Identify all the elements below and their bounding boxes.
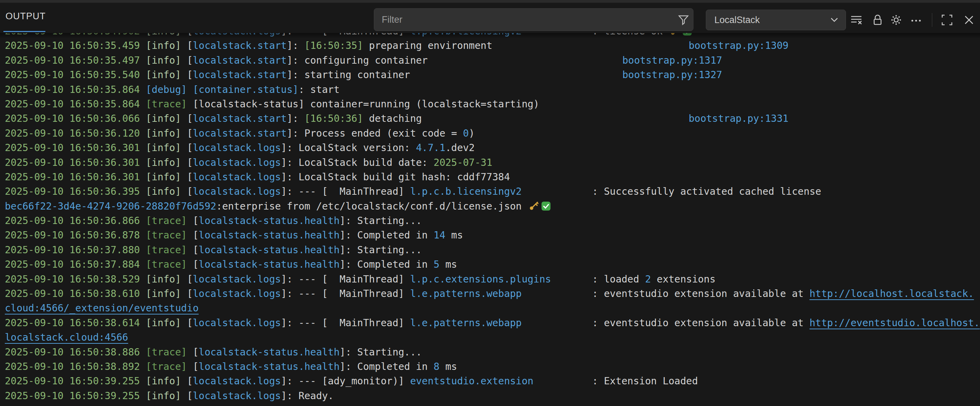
source-ref-link[interactable]: bootstrap.py:1309 bbox=[689, 38, 789, 53]
log-text: 2025-09-10 16:50:35.864 bbox=[5, 84, 146, 95]
log-text: [info] bbox=[146, 273, 181, 285]
log-line: 2025-09-10 16:50:35.540 [info] [localsta… bbox=[5, 68, 980, 82]
key-icon bbox=[528, 201, 539, 211]
log-text: : Starting... bbox=[345, 347, 422, 358]
log-text: [trace] bbox=[146, 361, 187, 372]
channel-select[interactable]: LocalStack bbox=[706, 10, 846, 30]
ellipsis-icon[interactable] bbox=[908, 13, 924, 27]
log-text: 2025-09-10 16:50:38.610 bbox=[5, 288, 146, 299]
log-text: [ bbox=[187, 40, 193, 51]
log-text: : --- [ MainThread] bbox=[286, 186, 410, 197]
log-text: ] bbox=[281, 142, 286, 153]
log-text: [ bbox=[187, 376, 193, 387]
log-text bbox=[187, 259, 193, 270]
chevron-down-icon bbox=[829, 16, 846, 23]
close-icon[interactable] bbox=[961, 13, 977, 27]
tab-output[interactable]: OUTPUT bbox=[5, 11, 46, 32]
source-ref-link[interactable]: bootstrap.py:1331 bbox=[689, 112, 789, 126]
filter-input[interactable] bbox=[374, 14, 674, 25]
log-text: : loaded bbox=[551, 273, 645, 285]
source-ref-link[interactable]: bootstrap.py:1327 bbox=[622, 68, 722, 82]
log-line: 2025-09-10 16:50:34.902 [info] [localsta… bbox=[5, 33, 980, 38]
log-link[interactable]: http://eventstudio.localhost. bbox=[810, 317, 980, 329]
log-line: 2025-09-10 16:50:36.301 [info] [localsta… bbox=[5, 155, 980, 170]
log-text: eventstudio.extension bbox=[410, 376, 533, 387]
log-text: localstack.logs bbox=[193, 317, 281, 329]
log-text: 2025-09-10 16:50:36.878 bbox=[5, 230, 146, 241]
log-text: : LocalStack version: bbox=[286, 142, 416, 153]
log-text: ] bbox=[281, 273, 286, 285]
log-text: : eventstudio extension available at bbox=[522, 288, 810, 299]
log-text: l.p.c.b.licensingv2 bbox=[410, 186, 522, 197]
log-line: 2025-09-10 16:50:37.880 [trace] [localst… bbox=[5, 243, 980, 257]
log-link[interactable]: localstack.cloud:4566 bbox=[5, 332, 128, 343]
gear-icon[interactable] bbox=[889, 13, 904, 27]
log-text: ms bbox=[445, 230, 463, 241]
key-icon bbox=[670, 33, 680, 36]
log-text: [ bbox=[187, 390, 193, 401]
log-text bbox=[181, 142, 187, 153]
log-line: localstack.cloud:4566 bbox=[5, 330, 980, 345]
log-text: 2025-09-10 16:50:38.886 bbox=[5, 347, 146, 358]
log-text: : starting container bbox=[293, 69, 410, 80]
log-text: : Starting... bbox=[345, 244, 422, 256]
log-text: 8 bbox=[434, 361, 439, 372]
log-text: ] bbox=[281, 171, 286, 183]
log-text: l.p.c.b.licensingv2 bbox=[410, 33, 522, 37]
log-text: [container.status] bbox=[193, 84, 299, 95]
log-text: : start bbox=[299, 84, 340, 95]
log-text bbox=[181, 171, 187, 183]
log-text: ms bbox=[439, 361, 457, 372]
log-text: 2025-09-10 16:50:35.497 bbox=[5, 55, 146, 66]
log-text: ] bbox=[286, 55, 293, 66]
log-text: [trace] bbox=[146, 244, 187, 256]
log-text: 2025-09-10 16:50:37.880 bbox=[5, 244, 146, 256]
log-text: [ bbox=[187, 273, 193, 285]
log-text: 2025-09-10 16:50:36.301 bbox=[5, 157, 146, 168]
log-text: : Starting... bbox=[345, 215, 422, 226]
log-line: 2025-09-10 16:50:39.255 [info] [localsta… bbox=[5, 374, 980, 388]
active-tab-underline bbox=[3, 31, 45, 32]
log-text: 2025-09-10 16:50:36.866 bbox=[5, 215, 146, 226]
log-text: 2025-07-31 bbox=[434, 157, 492, 168]
log-text: 2025-09-10 16:50:38.529 bbox=[5, 273, 146, 285]
panel-resize-handle[interactable] bbox=[0, 0, 980, 3]
log-text: [trace] bbox=[146, 98, 187, 110]
log-text: ] bbox=[339, 259, 345, 270]
log-text: [info] bbox=[146, 142, 181, 153]
log-text: 2025-09-10 16:50:38.614 bbox=[5, 317, 146, 329]
log-line: 2025-09-10 16:50:35.497 [info] [localsta… bbox=[5, 53, 980, 68]
log-link[interactable]: http://localhost.localstack. bbox=[810, 288, 974, 299]
source-ref-link[interactable]: bootstrap.py:1317 bbox=[622, 53, 722, 68]
maximize-icon[interactable] bbox=[939, 13, 955, 27]
log-text: [ bbox=[193, 259, 199, 270]
log-content: 2025-09-10 16:50:34.902 [info] [localsta… bbox=[0, 33, 980, 403]
log-text: [ bbox=[193, 230, 199, 241]
log-text: ] bbox=[281, 288, 286, 299]
log-text: : license ok bbox=[522, 33, 668, 37]
check-icon bbox=[682, 33, 692, 36]
log-line: 2025-09-10 16:50:38.529 [info] [localsta… bbox=[5, 272, 980, 287]
filter-icon[interactable] bbox=[674, 10, 693, 29]
log-text bbox=[181, 128, 187, 139]
log-text bbox=[181, 55, 187, 66]
log-text: 2025-09-10 16:50:35.864 bbox=[5, 98, 146, 110]
log-line: bec66f22-3d4e-4274-9206-28820f76d592:ent… bbox=[5, 199, 980, 214]
log-line: 2025-09-10 16:50:38.610 [info] [localsta… bbox=[5, 287, 980, 301]
log-text: 2025-09-10 16:50:34.902 bbox=[5, 33, 146, 37]
log-text: localstack.logs bbox=[193, 33, 281, 37]
log-text: [ bbox=[187, 33, 193, 37]
lock-icon[interactable] bbox=[870, 13, 885, 27]
log-text: localstack.start bbox=[193, 128, 286, 139]
log-text: : Process ended (exit code = bbox=[293, 128, 463, 139]
log-text bbox=[187, 230, 193, 241]
log-text: localstack.logs bbox=[193, 376, 281, 387]
log-viewport[interactable]: 2025-09-10 16:50:34.902 [info] [localsta… bbox=[0, 33, 980, 406]
log-link[interactable]: cloud:4566/_extension/eventstudio bbox=[5, 302, 199, 314]
log-line: 2025-09-10 16:50:36.395 [info] [localsta… bbox=[5, 184, 980, 199]
log-text: localstack-status.health bbox=[199, 215, 339, 226]
clear-output-icon[interactable] bbox=[849, 13, 864, 27]
log-text: ] bbox=[281, 376, 286, 387]
log-text: : --- [ MainThread] bbox=[286, 288, 410, 299]
log-text: ] bbox=[339, 347, 345, 358]
